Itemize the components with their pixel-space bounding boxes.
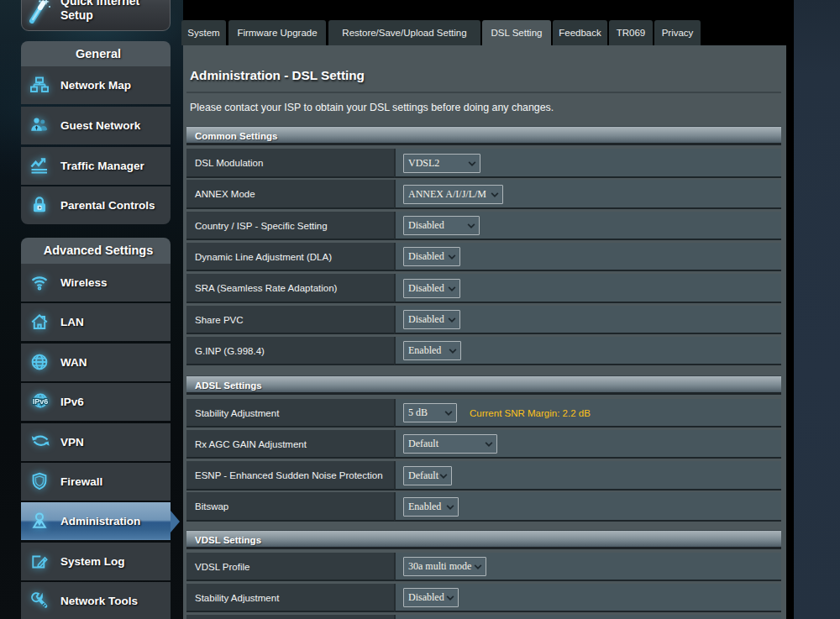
svg-text:IPv6: IPv6 <box>33 397 49 406</box>
